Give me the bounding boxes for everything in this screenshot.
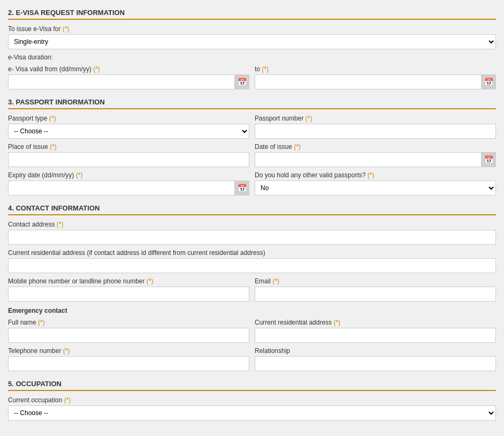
expiry-date-input[interactable] (8, 181, 249, 196)
expiry-date-wrapper: 📅 (8, 181, 249, 196)
passport-type-number-row: Passport type (*) -- Choose -- Ordinary … (8, 115, 496, 139)
valid-to-calendar-btn[interactable]: 📅 (481, 74, 496, 89)
current-occupation-label: Current occupation (*) (8, 396, 496, 404)
full-name-group: Full name (*) (8, 319, 249, 343)
valid-from-calendar-btn[interactable]: 📅 (234, 74, 249, 89)
valid-to-group: to (*) 📅 (255, 65, 496, 89)
expiry-date-group: Expiry date (dd/mm/yy) (*) 📅 (8, 171, 249, 196)
valid-from-label: e- Visa valid from (dd/mm/yy) (*) (8, 65, 249, 73)
evisa-request-section: 2. E-VISA REQUEST INFORMATION To issue e… (8, 5, 496, 89)
residential-address-group: Current residential address (if contact … (8, 249, 496, 273)
email-group: Email (*) (255, 277, 496, 302)
valid-from-wrapper: 📅 (8, 74, 249, 89)
full-name-input[interactable] (8, 328, 249, 343)
residential-address-input[interactable] (8, 258, 496, 273)
relationship-group: Relationship (255, 347, 496, 371)
passport-number-input[interactable] (255, 124, 496, 139)
passport-type-group: Passport type (*) -- Choose -- Ordinary … (8, 115, 249, 139)
emergency-contact-label: Emergency contact (8, 307, 496, 314)
emergency-residential-label: Current residential address (*) (255, 319, 496, 326)
duration-label-group: e-Visa duration: (8, 54, 496, 61)
contact-section: 4. CONTACT INFORMATION Contact address (… (8, 201, 496, 371)
visa-dates-row: e- Visa valid from (dd/mm/yy) (*) 📅 to (… (8, 65, 496, 89)
relationship-input[interactable] (255, 356, 496, 371)
date-of-issue-label: Date of issue (*) (255, 143, 496, 151)
place-of-issue-label: Place of issue (*) (8, 143, 249, 151)
mobile-phone-input[interactable] (8, 287, 249, 302)
issue-for-label: To issue e-Visa for (*) (8, 25, 496, 33)
other-passports-label: Do you hold any other valid passports? (… (255, 171, 496, 179)
valid-to-input[interactable] (255, 74, 496, 89)
email-input[interactable] (255, 287, 496, 302)
other-passports-group: Do you hold any other valid passports? (… (255, 171, 496, 196)
telephone-label: Telephone number (*) (8, 347, 249, 355)
relationship-label: Relationship (255, 347, 496, 355)
telephone-input[interactable] (8, 356, 249, 371)
evisa-request-header: 2. E-VISA REQUEST INFORMATION (8, 5, 496, 20)
telephone-relationship-row: Telephone number (*) Relationship (8, 347, 496, 371)
valid-to-label: to (*) (255, 65, 496, 73)
valid-from-group: e- Visa valid from (dd/mm/yy) (*) 📅 (8, 65, 249, 89)
current-occupation-select[interactable]: -- Choose -- Student Employee Business o… (8, 405, 496, 420)
expiry-date-calendar-btn[interactable]: 📅 (234, 181, 249, 196)
passport-number-group: Passport number (*) (255, 115, 496, 139)
email-label: Email (*) (255, 277, 496, 285)
expiry-date-label: Expiry date (dd/mm/yy) (*) (8, 171, 249, 179)
valid-from-input[interactable] (8, 74, 249, 89)
passport-number-label: Passport number (*) (255, 115, 496, 122)
contact-address-label: Contact address (*) (8, 221, 496, 228)
occupation-section: 5. OCCUPATION Current occupation (*) -- … (8, 377, 496, 420)
form-container: 2. E-VISA REQUEST INFORMATION To issue e… (0, 0, 504, 431)
current-occupation-group: Current occupation (*) -- Choose -- Stud… (8, 396, 496, 420)
emergency-residential-input[interactable] (255, 328, 496, 343)
emergency-contact-group: Emergency contact (8, 307, 496, 314)
fullname-residential-row: Full name (*) Current residential addres… (8, 319, 496, 343)
passport-header: 3. PASSPORT INRORMATION (8, 95, 496, 109)
passport-type-label: Passport type (*) (8, 115, 249, 122)
contact-header: 4. CONTACT INFORMATION (8, 201, 496, 215)
occupation-header: 5. OCCUPATION (8, 377, 496, 391)
passport-section: 3. PASSPORT INRORMATION Passport type (*… (8, 95, 496, 196)
place-date-issue-row: Place of issue (*) Date of issue (*) 📅 (8, 143, 496, 167)
full-name-label: Full name (*) (8, 319, 249, 326)
date-of-issue-calendar-btn[interactable]: 📅 (481, 152, 496, 167)
contact-address-group: Contact address (*) (8, 221, 496, 245)
mobile-phone-label: Mobile phone number or landline phone nu… (8, 277, 249, 285)
mobile-phone-group: Mobile phone number or landline phone nu… (8, 277, 249, 302)
date-of-issue-input[interactable] (255, 152, 496, 167)
phone-email-row: Mobile phone number or landline phone nu… (8, 277, 496, 302)
telephone-group: Telephone number (*) (8, 347, 249, 371)
other-passports-select[interactable]: No Yes (255, 181, 496, 196)
issue-for-group: To issue e-Visa for (*) Single-entry Mul… (8, 25, 496, 49)
valid-to-wrapper: 📅 (255, 74, 496, 89)
emergency-residential-group: Current residential address (*) (255, 319, 496, 343)
residential-address-label: Current residential address (if contact … (8, 249, 496, 257)
contact-address-input[interactable] (8, 230, 496, 245)
date-of-issue-wrapper: 📅 (255, 152, 496, 167)
duration-label: e-Visa duration: (8, 54, 496, 61)
place-of-issue-group: Place of issue (*) (8, 143, 249, 167)
place-of-issue-input[interactable] (8, 152, 249, 167)
passport-type-select[interactable]: -- Choose -- Ordinary Passport Diplomati… (8, 124, 249, 139)
date-of-issue-group: Date of issue (*) 📅 (255, 143, 496, 167)
issue-for-select[interactable]: Single-entry Multiple-entry (8, 34, 496, 49)
expiry-other-passports-row: Expiry date (dd/mm/yy) (*) 📅 Do you hold… (8, 171, 496, 196)
